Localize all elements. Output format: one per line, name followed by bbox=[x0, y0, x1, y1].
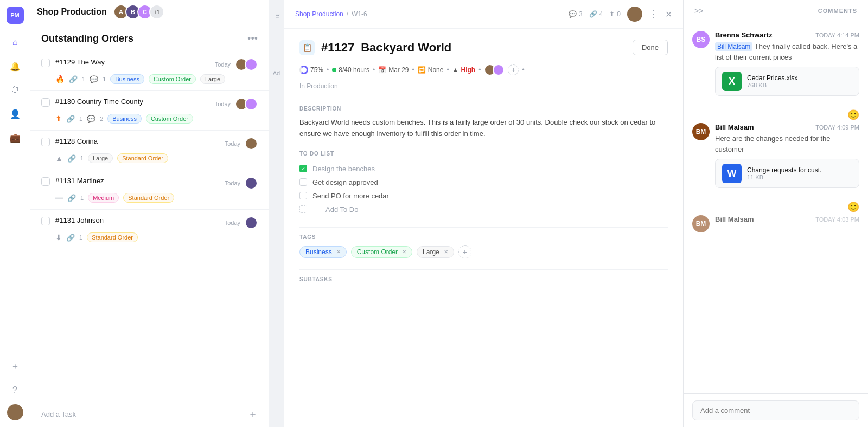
assignee-stat bbox=[484, 64, 505, 76]
detail-header: Shop Production / W1-6 💬 3 🔗 4 ⬆ 0 ⋮ bbox=[284, 0, 683, 29]
nav-home-icon[interactable]: ⌂ bbox=[5, 33, 25, 52]
calendar-icon: 📅 bbox=[378, 66, 386, 74]
add-task-row[interactable]: Add a Task ＋ bbox=[30, 401, 269, 427]
nav-history-icon[interactable]: ⏱ bbox=[5, 80, 25, 100]
tag-remove-large[interactable]: ✕ bbox=[444, 249, 448, 255]
task-checkbox[interactable] bbox=[41, 98, 50, 107]
task-title: #1129 The Way bbox=[55, 58, 105, 66]
assignee-avatar-2 bbox=[493, 64, 505, 76]
tag-label-custom: Custom Order bbox=[357, 248, 398, 256]
task-checkbox[interactable] bbox=[41, 177, 50, 186]
comment-meta-count: 3 bbox=[579, 10, 583, 18]
comments-title: COMMENTS bbox=[818, 8, 857, 14]
tag-standard-order[interactable]: Standard Order bbox=[117, 153, 168, 163]
task-title: #1131 Johnson bbox=[55, 216, 104, 224]
stat-dot-3: • bbox=[412, 66, 414, 74]
comment-time-2: TODAY 4:09 PM bbox=[815, 124, 859, 131]
task-date: Today bbox=[215, 61, 231, 68]
task-checkbox[interactable] bbox=[41, 138, 50, 146]
nav-add-icon[interactable]: ＋ bbox=[5, 357, 25, 376]
attach-meta-icon: ⬆ bbox=[609, 10, 615, 18]
partial-column: In Ad bbox=[269, 0, 284, 427]
comment-header-2: Bill Malsam TODAY 4:09 PM bbox=[715, 123, 859, 131]
comment-text-1: Bill Malsam They finally called back. He… bbox=[715, 41, 859, 62]
tag-standard-order[interactable]: Standard Order bbox=[87, 232, 138, 242]
tag-large[interactable]: Large bbox=[200, 74, 225, 84]
progress-circle bbox=[299, 66, 308, 74]
task-avatar-2 bbox=[245, 58, 258, 71]
subtasks-label: SUBTASKS bbox=[299, 276, 668, 282]
detail-task-title: Backyard World bbox=[361, 41, 451, 55]
todo-checkbox-2[interactable] bbox=[299, 178, 307, 186]
app-logo: PM bbox=[7, 7, 24, 24]
tag-remove-business[interactable]: ✕ bbox=[336, 249, 341, 255]
task-avatar-2 bbox=[245, 98, 258, 111]
nav-help-icon[interactable]: ? bbox=[5, 380, 25, 400]
detail-user-avatar bbox=[627, 7, 642, 22]
task-date: Today bbox=[215, 101, 231, 107]
tag-standard-order[interactable]: Standard Order bbox=[123, 193, 174, 203]
sidebar-more-button[interactable]: ••• bbox=[247, 33, 258, 44]
todo-checkbox-3[interactable] bbox=[299, 192, 307, 199]
detail-more-button[interactable]: ⋮ bbox=[649, 8, 659, 20]
task-checkbox[interactable] bbox=[41, 59, 50, 67]
tag-item-large: Large ✕ bbox=[417, 246, 454, 258]
attachment-info-2: Change requests for cust. 11 KB bbox=[747, 166, 821, 180]
nav-briefcase-icon[interactable]: 💼 bbox=[5, 128, 25, 147]
tag-business[interactable]: Business bbox=[110, 74, 144, 84]
link-count: 1 bbox=[82, 76, 85, 82]
breadcrumb-separator: / bbox=[347, 10, 348, 18]
tag-custom-order[interactable]: Custom Order bbox=[146, 114, 193, 124]
emoji-button-2[interactable]: 🙂 bbox=[715, 199, 859, 215]
link-icon: 🔗 bbox=[69, 75, 78, 83]
task-type-icon: 📋 bbox=[299, 40, 315, 55]
mention-1: Bill Malsam bbox=[715, 42, 752, 51]
repeat-value: None bbox=[428, 66, 444, 74]
commenter-avatar-1: BS bbox=[692, 31, 710, 48]
partial-add-label: Ad bbox=[269, 27, 284, 120]
task-item[interactable]: #1129 The Way Today 🔥 🔗 1 💬 bbox=[30, 51, 269, 91]
attachment-2[interactable]: W Change requests for cust. 11 KB bbox=[715, 159, 859, 188]
partial-column-label: In bbox=[269, 4, 284, 27]
tag-large[interactable]: Large bbox=[88, 153, 113, 163]
emoji-button-1[interactable]: 🙂 bbox=[715, 107, 859, 123]
comment-item-3: BM Bill Malsam TODAY 4:03 PM bbox=[692, 215, 859, 232]
tag-remove-custom[interactable]: ✕ bbox=[402, 249, 406, 255]
task-checkbox[interactable] bbox=[41, 217, 50, 225]
nav-notifications-icon[interactable]: 🔔 bbox=[5, 56, 25, 76]
repeat-icon: 🔁 bbox=[418, 66, 426, 74]
add-assignee-button[interactable]: + bbox=[508, 64, 519, 75]
comments-panel: >> COMMENTS BS Brenna Schwartz TODAY 4:1… bbox=[684, 0, 868, 427]
comment-time-1: TODAY 4:14 PM bbox=[815, 32, 859, 38]
tag-business[interactable]: Business bbox=[107, 114, 142, 124]
attach-name-2: Change requests for cust. bbox=[747, 166, 821, 174]
task-item[interactable]: #1131 Johnson Today ⬇ 🔗 1 Standard Order bbox=[30, 210, 269, 249]
detail-close-button[interactable]: ✕ bbox=[665, 9, 672, 20]
comments-list: BS Brenna Schwartz TODAY 4:14 PM Bill Ma… bbox=[684, 22, 868, 393]
add-task-label: Add a Task bbox=[41, 410, 76, 418]
tag-medium[interactable]: Medium bbox=[88, 193, 119, 203]
attachment-1[interactable]: X Cedar Prices.xlsx 768 KB bbox=[715, 67, 859, 96]
task-item[interactable]: #1131 Martinez Today — 🔗 1 Medium Standa… bbox=[30, 170, 269, 210]
tag-custom-order[interactable]: Custom Order bbox=[149, 74, 196, 84]
nav-user-avatar[interactable] bbox=[7, 404, 23, 420]
add-task-plus-icon[interactable]: ＋ bbox=[248, 407, 258, 420]
comment-author-3: Bill Malsam bbox=[715, 215, 754, 223]
add-todo-label[interactable]: Add To Do bbox=[312, 205, 358, 214]
detail-title-row: 📋 #1127 Backyard World Done bbox=[299, 40, 668, 55]
todo-checkbox-checked[interactable]: ✓ bbox=[299, 165, 307, 172]
sidebar-title: Outstanding Orders bbox=[41, 33, 133, 44]
task-item[interactable]: #1130 Country Time County Today ⬆ 🔗 1 💬 bbox=[30, 91, 269, 131]
comments-meta: 💬 3 bbox=[569, 10, 583, 18]
comment-input[interactable] bbox=[692, 400, 859, 420]
add-todo-item[interactable]: Add To Do bbox=[299, 203, 668, 216]
nav-people-icon[interactable]: 👤 bbox=[5, 104, 25, 124]
link-count: 1 bbox=[80, 155, 84, 161]
collapse-button[interactable]: >> bbox=[694, 7, 703, 15]
task-title: #1131 Martinez bbox=[55, 177, 104, 185]
add-tag-button[interactable]: + bbox=[458, 245, 471, 258]
breadcrumb-project[interactable]: Shop Production bbox=[295, 10, 343, 18]
link-count: 1 bbox=[79, 115, 82, 122]
done-button[interactable]: Done bbox=[633, 40, 668, 55]
task-item[interactable]: #1128 Corina Today ▲ 🔗 1 Large Standard … bbox=[30, 131, 269, 170]
